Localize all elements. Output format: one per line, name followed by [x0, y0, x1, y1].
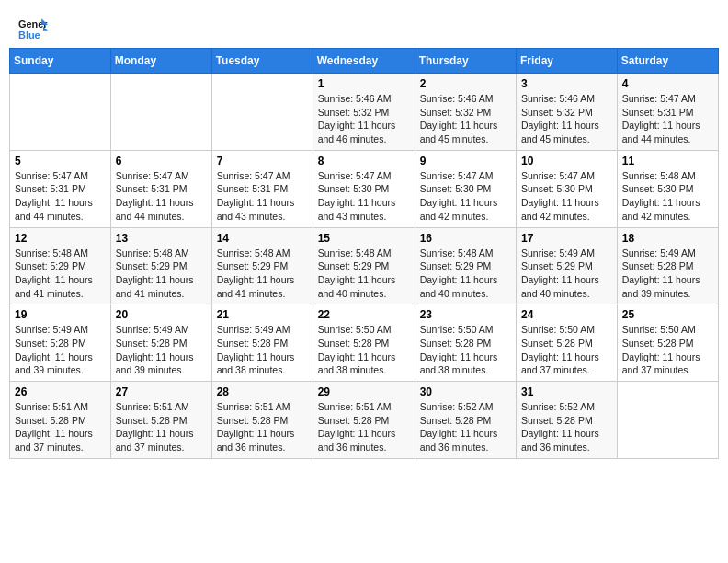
day-info: Sunrise: 5:46 AMSunset: 5:32 PMDaylight:… [420, 92, 511, 146]
weekday-header-thursday: Thursday [415, 49, 516, 74]
day-info: Sunrise: 5:51 AMSunset: 5:28 PMDaylight:… [15, 400, 106, 454]
calendar-cell: 10Sunrise: 5:47 AMSunset: 5:30 PMDayligh… [517, 150, 618, 227]
day-info: Sunrise: 5:47 AMSunset: 5:30 PMDaylight:… [420, 169, 511, 224]
day-info: Sunrise: 5:48 AMSunset: 5:29 PMDaylight:… [318, 247, 410, 301]
day-info: Sunrise: 5:52 AMSunset: 5:28 PMDaylight:… [420, 400, 511, 454]
calendar-cell: 26Sunrise: 5:51 AMSunset: 5:28 PMDayligh… [10, 382, 111, 459]
logo-icon: General Blue [18, 17, 48, 42]
day-info: Sunrise: 5:46 AMSunset: 5:32 PMDaylight:… [521, 92, 612, 146]
day-number: 7 [217, 155, 308, 167]
weekday-header-tuesday: Tuesday [211, 49, 313, 74]
calendar-cell: 23Sunrise: 5:50 AMSunset: 5:28 PMDayligh… [415, 304, 516, 382]
page-header: General Blue [9, 9, 719, 48]
day-number: 6 [116, 155, 207, 167]
calendar-cell [211, 74, 313, 151]
day-number: 17 [521, 232, 612, 245]
day-number: 1 [318, 77, 410, 90]
weekday-header-sunday: Sunday [10, 49, 111, 74]
weekday-header-saturday: Saturday [617, 49, 718, 74]
day-number: 12 [15, 232, 106, 245]
day-number: 9 [420, 155, 511, 167]
calendar-table: SundayMondayTuesdayWednesdayThursdayFrid… [9, 48, 719, 459]
day-number: 20 [116, 308, 207, 321]
calendar-cell: 25Sunrise: 5:50 AMSunset: 5:28 PMDayligh… [617, 304, 718, 382]
day-info: Sunrise: 5:50 AMSunset: 5:28 PMDaylight:… [622, 323, 713, 377]
calendar-cell [10, 74, 111, 151]
day-number: 14 [217, 232, 308, 245]
calendar-cell: 11Sunrise: 5:48 AMSunset: 5:30 PMDayligh… [617, 150, 718, 227]
week-row-2: 5Sunrise: 5:47 AMSunset: 5:31 PMDaylight… [10, 150, 719, 227]
day-info: Sunrise: 5:47 AMSunset: 5:31 PMDaylight:… [116, 169, 207, 224]
calendar-cell: 6Sunrise: 5:47 AMSunset: 5:31 PMDaylight… [110, 150, 211, 227]
calendar-cell: 27Sunrise: 5:51 AMSunset: 5:28 PMDayligh… [110, 382, 211, 459]
day-number: 8 [318, 155, 410, 167]
calendar-cell: 7Sunrise: 5:47 AMSunset: 5:31 PMDaylight… [211, 150, 313, 227]
calendar-cell [617, 382, 718, 459]
calendar-cell: 14Sunrise: 5:48 AMSunset: 5:29 PMDayligh… [211, 227, 313, 304]
day-number: 23 [420, 308, 511, 321]
day-number: 3 [521, 77, 612, 90]
day-info: Sunrise: 5:47 AMSunset: 5:31 PMDaylight:… [622, 92, 713, 146]
calendar-cell: 22Sunrise: 5:50 AMSunset: 5:28 PMDayligh… [313, 304, 415, 382]
calendar-cell: 18Sunrise: 5:49 AMSunset: 5:28 PMDayligh… [617, 227, 718, 304]
calendar-cell: 9Sunrise: 5:47 AMSunset: 5:30 PMDaylight… [415, 150, 516, 227]
calendar-cell: 29Sunrise: 5:51 AMSunset: 5:28 PMDayligh… [313, 382, 415, 459]
day-number: 11 [622, 155, 713, 167]
day-number: 10 [521, 155, 612, 167]
day-info: Sunrise: 5:47 AMSunset: 5:31 PMDaylight:… [15, 169, 106, 224]
week-row-1: 1Sunrise: 5:46 AMSunset: 5:32 PMDaylight… [10, 74, 719, 151]
day-info: Sunrise: 5:52 AMSunset: 5:28 PMDaylight:… [521, 400, 612, 454]
calendar-cell: 19Sunrise: 5:49 AMSunset: 5:28 PMDayligh… [10, 304, 111, 382]
day-info: Sunrise: 5:49 AMSunset: 5:28 PMDaylight:… [622, 247, 713, 301]
day-number: 24 [521, 308, 612, 321]
day-info: Sunrise: 5:47 AMSunset: 5:30 PMDaylight:… [318, 169, 410, 224]
day-number: 21 [217, 308, 308, 321]
calendar-cell: 28Sunrise: 5:51 AMSunset: 5:28 PMDayligh… [211, 382, 313, 459]
week-row-3: 12Sunrise: 5:48 AMSunset: 5:29 PMDayligh… [10, 227, 719, 304]
weekday-header-friday: Friday [517, 49, 618, 74]
calendar-cell: 16Sunrise: 5:48 AMSunset: 5:29 PMDayligh… [415, 227, 516, 304]
day-info: Sunrise: 5:49 AMSunset: 5:29 PMDaylight:… [521, 247, 612, 301]
calendar-cell: 12Sunrise: 5:48 AMSunset: 5:29 PMDayligh… [10, 227, 111, 304]
logo: General Blue [18, 17, 48, 42]
day-info: Sunrise: 5:51 AMSunset: 5:28 PMDaylight:… [116, 400, 207, 454]
weekday-header-row: SundayMondayTuesdayWednesdayThursdayFrid… [10, 49, 719, 74]
day-number: 30 [420, 385, 511, 398]
day-info: Sunrise: 5:51 AMSunset: 5:28 PMDaylight:… [318, 400, 410, 454]
day-number: 27 [116, 385, 207, 398]
day-number: 22 [318, 308, 410, 321]
day-info: Sunrise: 5:48 AMSunset: 5:30 PMDaylight:… [622, 169, 713, 224]
day-info: Sunrise: 5:48 AMSunset: 5:29 PMDaylight:… [116, 247, 207, 301]
calendar-cell: 13Sunrise: 5:48 AMSunset: 5:29 PMDayligh… [110, 227, 211, 304]
calendar-cell: 21Sunrise: 5:49 AMSunset: 5:28 PMDayligh… [211, 304, 313, 382]
calendar-cell: 31Sunrise: 5:52 AMSunset: 5:28 PMDayligh… [517, 382, 618, 459]
day-number: 18 [622, 232, 713, 245]
day-number: 26 [15, 385, 106, 398]
day-number: 19 [15, 308, 106, 321]
calendar-cell: 5Sunrise: 5:47 AMSunset: 5:31 PMDaylight… [10, 150, 111, 227]
day-info: Sunrise: 5:50 AMSunset: 5:28 PMDaylight:… [420, 323, 511, 377]
calendar-cell: 2Sunrise: 5:46 AMSunset: 5:32 PMDaylight… [415, 74, 516, 151]
day-number: 25 [622, 308, 713, 321]
day-number: 29 [318, 385, 410, 398]
day-info: Sunrise: 5:47 AMSunset: 5:30 PMDaylight:… [521, 169, 612, 224]
day-info: Sunrise: 5:47 AMSunset: 5:31 PMDaylight:… [217, 169, 308, 224]
calendar-cell: 20Sunrise: 5:49 AMSunset: 5:28 PMDayligh… [110, 304, 211, 382]
day-info: Sunrise: 5:49 AMSunset: 5:28 PMDaylight:… [217, 323, 308, 377]
calendar-cell: 8Sunrise: 5:47 AMSunset: 5:30 PMDaylight… [313, 150, 415, 227]
week-row-5: 26Sunrise: 5:51 AMSunset: 5:28 PMDayligh… [10, 382, 719, 459]
weekday-header-wednesday: Wednesday [313, 49, 415, 74]
day-info: Sunrise: 5:49 AMSunset: 5:28 PMDaylight:… [116, 323, 207, 377]
weekday-header-monday: Monday [110, 49, 211, 74]
calendar-cell: 30Sunrise: 5:52 AMSunset: 5:28 PMDayligh… [415, 382, 516, 459]
day-info: Sunrise: 5:48 AMSunset: 5:29 PMDaylight:… [217, 247, 308, 301]
calendar-cell: 3Sunrise: 5:46 AMSunset: 5:32 PMDaylight… [517, 74, 618, 151]
day-number: 28 [217, 385, 308, 398]
calendar-cell: 4Sunrise: 5:47 AMSunset: 5:31 PMDaylight… [617, 74, 718, 151]
svg-text:Blue: Blue [18, 29, 40, 40]
day-info: Sunrise: 5:48 AMSunset: 5:29 PMDaylight:… [15, 247, 106, 301]
calendar-cell: 24Sunrise: 5:50 AMSunset: 5:28 PMDayligh… [517, 304, 618, 382]
day-info: Sunrise: 5:48 AMSunset: 5:29 PMDaylight:… [420, 247, 511, 301]
day-info: Sunrise: 5:50 AMSunset: 5:28 PMDaylight:… [318, 323, 410, 377]
week-row-4: 19Sunrise: 5:49 AMSunset: 5:28 PMDayligh… [10, 304, 719, 382]
